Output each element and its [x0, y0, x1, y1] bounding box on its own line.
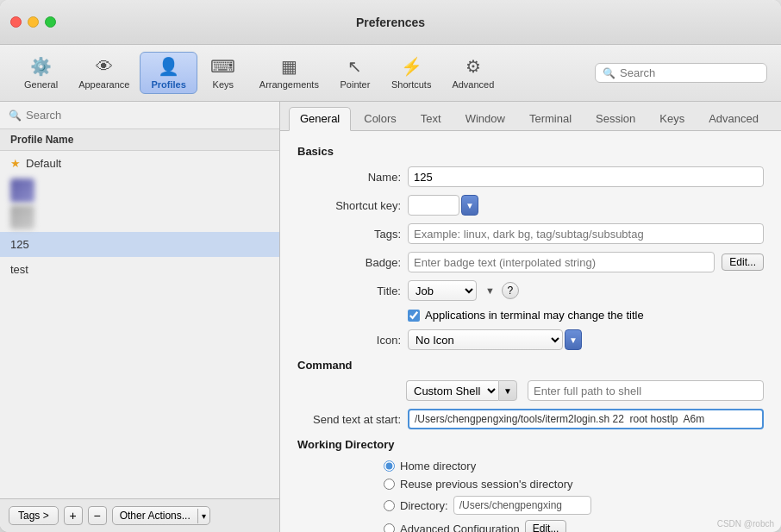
- icon-dropdown[interactable]: ▼: [565, 329, 582, 350]
- adv-config-edit-button[interactable]: Edit...: [525, 520, 567, 532]
- shortcuts-icon: ⚡: [401, 56, 422, 77]
- add-profile-button[interactable]: +: [64, 506, 83, 525]
- custom-shell-select[interactable]: Custom Shell Login Shell: [406, 380, 498, 401]
- shell-path-input[interactable]: [528, 380, 764, 401]
- toolbar-general[interactable]: ⚙️ General: [14, 53, 68, 93]
- title-label: Title:: [297, 285, 401, 297]
- toolbar-shortcuts[interactable]: ⚡ Shortcuts: [381, 53, 441, 93]
- toolbar-keys-label: Keys: [213, 79, 234, 90]
- tab-advanced[interactable]: Advanced: [697, 107, 770, 130]
- toolbar-search[interactable]: 🔍: [595, 63, 767, 83]
- toolbar-general-label: General: [24, 79, 58, 90]
- toolbar-arrangements-label: Arrangements: [259, 79, 319, 90]
- directory-radio[interactable]: [384, 500, 395, 511]
- traffic-lights: [10, 16, 56, 28]
- working-dir-title: Working Directory: [297, 438, 764, 451]
- titlebar: Preferences: [0, 0, 781, 45]
- title-checkbox-row: Applications in terminal may change the …: [408, 309, 764, 322]
- toolbar: ⚙️ General 👁 Appearance 👤 Profiles ⌨ Key…: [0, 45, 781, 102]
- other-actions-chevron[interactable]: ▾: [197, 509, 209, 523]
- adv-config-row: Advanced Configuration Edit...: [384, 520, 764, 532]
- directory-input[interactable]: [453, 496, 591, 515]
- profile-name-125: 125: [10, 238, 29, 251]
- badge-label: Badge:: [297, 256, 401, 269]
- shortcut-key-input[interactable]: [408, 195, 459, 216]
- icon-select[interactable]: No Icon: [408, 329, 563, 350]
- toolbar-advanced[interactable]: ⚙ Advanced: [441, 53, 504, 93]
- icon-label: Icon:: [297, 334, 401, 347]
- toolbar-arrangements[interactable]: ▦ Arrangements: [249, 53, 329, 93]
- pointer-icon: ↖: [347, 56, 362, 77]
- send-text-row: Send text at start:: [297, 409, 764, 429]
- tags-button[interactable]: Tags >: [9, 506, 59, 525]
- sidebar-footer: Tags > + − Other Actions... ▾: [0, 498, 279, 532]
- gear-icon: ⚙️: [30, 56, 52, 77]
- home-dir-radio[interactable]: [384, 460, 395, 472]
- shortcut-key-row: Shortcut key: ▼: [297, 195, 764, 216]
- profile-item-default[interactable]: ★ Default: [0, 151, 279, 176]
- tab-terminal[interactable]: Terminal: [518, 107, 583, 130]
- send-text-input[interactable]: [408, 409, 764, 429]
- toolbar-appearance[interactable]: 👁 Appearance: [68, 53, 140, 93]
- form-area: Basics Name: Shortcut key: ▼ Tags:: [280, 131, 781, 532]
- name-input[interactable]: [408, 166, 764, 187]
- advanced-icon: ⚙: [465, 56, 481, 77]
- shortcut-key-dropdown[interactable]: ▼: [461, 195, 478, 216]
- profile-name-default: Default: [26, 157, 61, 170]
- home-dir-row: Home directory: [384, 460, 764, 473]
- adv-config-radio[interactable]: [384, 523, 395, 533]
- toolbar-advanced-label: Advanced: [452, 79, 494, 90]
- home-dir-label: Home directory: [400, 460, 476, 473]
- tab-general[interactable]: General: [289, 107, 351, 131]
- tab-session[interactable]: Session: [584, 107, 647, 130]
- sidebar-search-icon: 🔍: [9, 110, 22, 122]
- badge-row: Badge: Edit...: [297, 252, 764, 272]
- profile-list-header: Profile Name: [0, 129, 279, 151]
- profile-item-test[interactable]: test: [0, 257, 279, 282]
- delete-profile-button[interactable]: −: [88, 506, 107, 525]
- directory-label: Directory:: [400, 499, 448, 512]
- tab-window[interactable]: Window: [454, 107, 516, 130]
- right-panel: General Colors Text Window Terminal Sess…: [280, 102, 781, 532]
- command-section-title: Command: [297, 359, 764, 372]
- profile-name-test: test: [10, 263, 28, 276]
- toolbar-profiles[interactable]: 👤 Profiles: [140, 52, 197, 94]
- basics-section-title: Basics: [297, 145, 764, 158]
- tags-row: Tags:: [297, 223, 764, 244]
- custom-shell-dropdown-btn[interactable]: ▼: [498, 380, 517, 401]
- title-change-checkbox[interactable]: [408, 310, 420, 322]
- title-row: Title: Job Name Custom ▼ ?: [297, 280, 764, 301]
- badge-edit-button[interactable]: Edit...: [722, 253, 764, 271]
- minimize-button[interactable]: [28, 16, 39, 28]
- window-title: Preferences: [356, 16, 425, 29]
- toolbar-pointer[interactable]: ↖ Pointer: [329, 53, 381, 93]
- tab-colors[interactable]: Colors: [353, 107, 408, 130]
- search-icon: 🔍: [603, 67, 615, 79]
- tab-keys[interactable]: Keys: [648, 107, 696, 130]
- profile-item-blurred2[interactable]: [10, 205, 34, 229]
- title-select[interactable]: Job Name Custom: [408, 280, 477, 301]
- custom-shell-wrap: Custom Shell Login Shell ▼: [406, 380, 522, 401]
- sidebar-search-input[interactable]: [26, 109, 271, 122]
- tab-text[interactable]: Text: [409, 107, 453, 130]
- title-help-button[interactable]: ?: [502, 282, 519, 299]
- adv-config-label: Advanced Configuration: [400, 523, 520, 533]
- reuse-session-radio[interactable]: [384, 479, 395, 490]
- command-row: Custom Shell Login Shell ▼: [297, 380, 764, 401]
- close-button[interactable]: [10, 16, 22, 28]
- toolbar-pointer-label: Pointer: [340, 79, 370, 90]
- toolbar-keys[interactable]: ⌨ Keys: [197, 53, 249, 93]
- icon-row: Icon: No Icon ▼: [297, 329, 764, 350]
- tags-label: Tags:: [297, 228, 401, 241]
- tags-input[interactable]: [408, 223, 764, 244]
- sidebar-search-bar[interactable]: 🔍: [0, 102, 279, 129]
- maximize-button[interactable]: [45, 16, 56, 28]
- search-input[interactable]: [620, 66, 749, 79]
- send-text-label: Send text at start:: [297, 413, 401, 426]
- toolbar-shortcuts-label: Shortcuts: [391, 79, 431, 90]
- directory-row: Directory:: [384, 496, 764, 515]
- badge-input[interactable]: [408, 252, 715, 272]
- profile-item-125[interactable]: 125: [0, 232, 279, 257]
- eye-icon: 👁: [96, 57, 113, 77]
- profile-item-blurred1[interactable]: [10, 178, 34, 203]
